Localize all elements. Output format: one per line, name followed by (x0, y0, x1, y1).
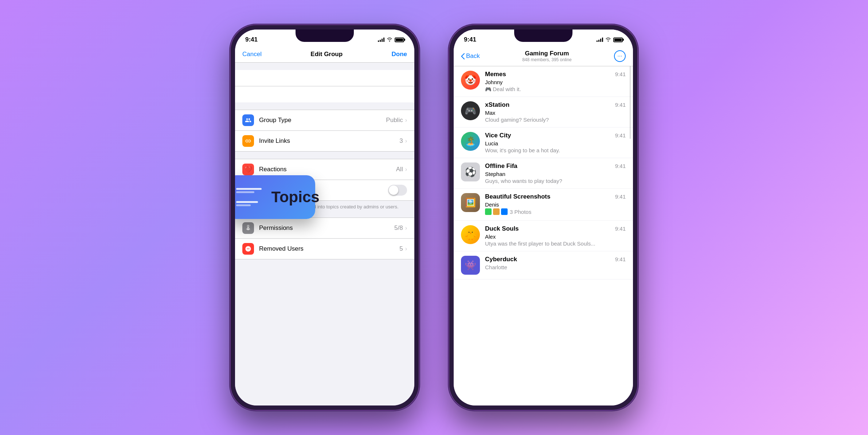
status-time-1: 9:41 (245, 36, 258, 43)
chat-preview-memes: 🎮 Deal with it. (485, 86, 626, 92)
chat-content-screenshots: Beautiful Screenshots 9:41 Denis 3 Photo… (485, 193, 626, 216)
phone-1: 9:41 (230, 24, 419, 411)
topics-toggle[interactable] (388, 185, 407, 196)
chat-preview-xstation: Cloud gaming? Seriously? (485, 117, 626, 123)
chat-item-screenshots[interactable]: 🖼️ Beautiful Screenshots 9:41 Denis (454, 189, 633, 221)
chat-name-xstation: xStation (485, 101, 509, 109)
edit-group-content: Gaming Group Gaming world in Telegram. (235, 63, 414, 405)
reactions-value: All (396, 166, 403, 173)
chat-avatar-memes: 🤡 (461, 71, 480, 90)
chat-name-vicecity: Vice City (485, 132, 511, 139)
back-label: Back (466, 52, 480, 60)
chat-item-ducksouls[interactable]: 🐥 Duck Souls 9:41 Alex Utya was the firs… (454, 221, 633, 251)
group-description-input[interactable]: Gaming world in Telegram. (242, 91, 407, 98)
svg-point-1 (248, 228, 249, 230)
invite-links-chevron: › (405, 138, 407, 144)
topics-label-floating: Topics (271, 188, 319, 206)
done-button[interactable]: Done (392, 51, 407, 58)
chat-content-vicecity: Vice City 9:41 Lucia Wow, it's going to … (485, 132, 626, 153)
invite-links-icon (242, 135, 254, 147)
chat-content-memes: Memes 9:41 Johnny 🎮 Deal with it. (485, 71, 626, 92)
chat-time-memes: 9:41 (615, 71, 626, 77)
invite-links-row[interactable]: Invite Links 3 › (235, 131, 414, 151)
chat-sender-cyberduck: Charlotte (485, 264, 626, 270)
chat-avatar-ducksouls: 🐥 (461, 225, 480, 244)
signal-bars-2 (597, 38, 603, 42)
chat-sender-xstation: Max (485, 110, 626, 116)
chat-time-screenshots: 9:41 (615, 193, 626, 200)
phone-screen-1: 9:41 (235, 30, 414, 405)
group-type-section: Group Type Public › Invite Links 3 › (235, 110, 414, 152)
more-button[interactable]: ··· (614, 50, 626, 62)
forum-title: Gaming Forum (525, 50, 569, 57)
battery-icon-1 (395, 38, 404, 42)
chat-preview-offlinefifa: Guys, who wants to play today? (485, 178, 626, 184)
back-button[interactable]: Back (461, 52, 480, 60)
removed-users-icon (242, 243, 254, 255)
permissions-row[interactable]: Permissions 5/8 › (235, 218, 414, 239)
cancel-button[interactable]: Cancel (242, 51, 262, 58)
notch-2 (514, 30, 572, 42)
chat-content-cyberduck: Cyberduck 9:41 Charlotte (485, 256, 626, 271)
status-time-2: 9:41 (464, 36, 476, 43)
chat-name-screenshots: Beautiful Screenshots (485, 193, 551, 200)
reactions-chevron: › (405, 166, 407, 173)
chat-avatar-xstation: 🎮 (461, 101, 480, 120)
chat-time-offlinefifa: 9:41 (615, 163, 626, 169)
reactions-icon: ❤️ (242, 164, 254, 175)
permissions-icon (242, 222, 254, 234)
floating-topics-card: ❤️ ⭐ Topics (235, 175, 315, 219)
chat-preview-vicecity: Wow, it's going to be a hot day. (485, 147, 626, 153)
group-name-input[interactable]: Gaming Group (242, 74, 407, 82)
group-name-card: Gaming Group Gaming world in Telegram. (235, 70, 414, 102)
nav-bar-edit-group: Cancel Edit Group Done (235, 46, 414, 63)
removed-users-row[interactable]: Removed Users 5 › (235, 239, 414, 259)
chat-sender-offlinefifa: Stephan (485, 171, 626, 177)
chat-time-ducksouls: 9:41 (615, 226, 626, 232)
invite-links-value: 3 (399, 137, 403, 145)
reactions-label: Reactions (259, 166, 396, 173)
wifi-icon-1 (387, 37, 392, 43)
chat-item-memes[interactable]: 🤡 Memes 9:41 Johnny 🎮 Deal with it. (454, 66, 633, 97)
chat-item-offlinefifa[interactable]: ⚽ Offline Fifa 9:41 Stephan Guys, who wa… (454, 158, 633, 189)
chat-time-xstation: 9:41 (615, 102, 626, 108)
chat-avatar-offlinefifa: ⚽ (461, 162, 480, 181)
chat-avatar-screenshots: 🖼️ (461, 193, 480, 212)
battery-icon-2 (613, 38, 623, 42)
group-type-value: Public (386, 117, 403, 124)
chat-preview-screenshots: 3 Photos (485, 208, 626, 216)
chat-item-vicecity[interactable]: 🏝️ Vice City 9:41 Lucia Wow, it's going … (454, 128, 633, 158)
chat-list: 🤡 Memes 9:41 Johnny 🎮 Deal with it. (454, 66, 633, 405)
chat-name-cyberduck: Cyberduck (485, 256, 517, 263)
chat-sender-screenshots: Denis (485, 201, 626, 208)
permissions-label: Permissions (259, 224, 394, 232)
chat-content-offlinefifa: Offline Fifa 9:41 Stephan Guys, who want… (485, 162, 626, 184)
forum-nav-center: Gaming Forum 848 members, 395 online (522, 50, 571, 62)
group-type-row[interactable]: Group Type Public › (235, 110, 414, 131)
status-icons-2 (597, 37, 623, 43)
chat-item-xstation[interactable]: 🎮 xStation 9:41 Max Cloud gaming? Seriou… (454, 97, 633, 128)
chat-name-memes: Memes (485, 71, 506, 78)
signal-bars-1 (378, 38, 384, 42)
nav-bar-forum: Back Gaming Forum 848 members, 395 onlin… (454, 46, 633, 66)
removed-users-chevron: › (405, 246, 407, 252)
permissions-chevron: › (405, 225, 407, 231)
group-type-icon (242, 114, 254, 126)
chat-time-cyberduck: 9:41 (615, 256, 626, 262)
chat-name-offlinefifa: Offline Fifa (485, 162, 517, 170)
chat-sender-memes: Johnny (485, 79, 626, 85)
removed-users-label: Removed Users (259, 245, 399, 252)
edit-group-title: Edit Group (310, 51, 343, 58)
phone-screen-2: 9:41 (454, 30, 633, 405)
permissions-section: Permissions 5/8 › Removed Users 5 › (235, 218, 414, 259)
status-icons-1 (378, 37, 404, 43)
chat-content-ducksouls: Duck Souls 9:41 Alex Utya was the first … (485, 225, 626, 247)
chat-preview-ducksouls: Utya was the first player to beat Duck S… (485, 240, 626, 247)
invite-links-label: Invite Links (259, 137, 399, 145)
group-type-chevron: › (405, 117, 407, 124)
chat-time-vicecity: 9:41 (615, 132, 626, 138)
group-name-row: Gaming Group (235, 70, 414, 86)
chat-item-cyberduck[interactable]: 👾 Cyberduck 9:41 Charlotte (454, 251, 633, 279)
permissions-value: 5/8 (394, 224, 403, 232)
wifi-icon-2 (605, 37, 611, 43)
